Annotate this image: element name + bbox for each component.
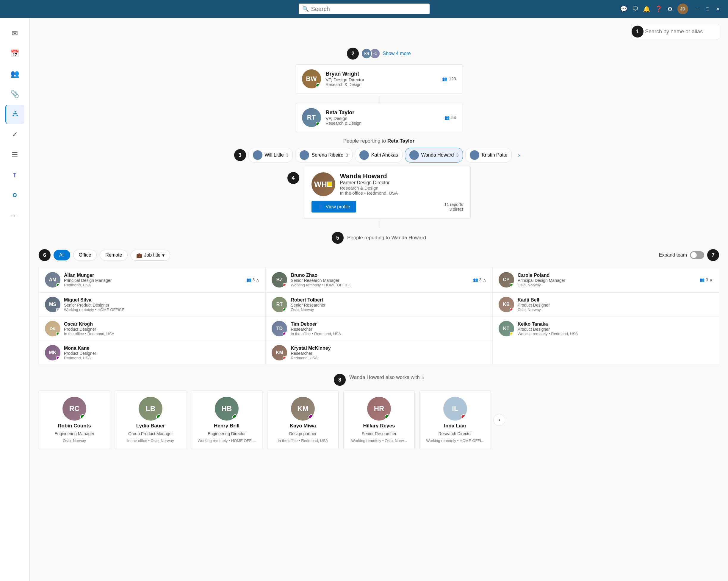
main-content: 🔍 1 2 KN +1 Show 4 more (30, 18, 728, 581)
lydia-name: Lydia Bauer (136, 423, 165, 429)
filter-office-button[interactable]: Office (73, 250, 97, 260)
titlebar: 🔍 💬 🗨 🔔 ❓ ⚙ JD ─ □ ✕ (0, 0, 728, 18)
search-by-name-input[interactable] (632, 24, 719, 39)
wanda-chip-name: Wanda Howard (421, 152, 454, 158)
sidebar-item-tasks[interactable]: ✓ (5, 125, 24, 144)
sidebar-item-more[interactable]: ··· (5, 206, 24, 225)
avatar[interactable]: JD (677, 4, 688, 14)
serena-chip-name: Serena Ribeiro (311, 152, 343, 158)
oscar-krogh-row[interactable]: OK Oscar Krogh Product Designer In the o… (39, 317, 265, 341)
carole-location: Oslo, Norway (518, 283, 696, 287)
chip-katri-ahokas[interactable]: Katri Ahokas (355, 148, 402, 162)
reta-taylor-card[interactable]: RT Reta Taylor VP, Design Research & Des… (296, 103, 462, 132)
wanda-info: Wanda Howard Partner Design Director Res… (340, 172, 463, 196)
show-4-more-button[interactable]: Show 4 more (383, 51, 411, 56)
kadji-name: Kadji Bell (518, 297, 713, 303)
annotation-3: 3 (234, 149, 246, 161)
wanda-top: WH Wanda Howard Partner Design Director … (311, 172, 463, 196)
sidebar-item-teams[interactable]: T (5, 166, 24, 184)
maximize-button[interactable]: □ (703, 4, 712, 14)
filter-job-title-button[interactable]: 💼 Job title ▾ (131, 250, 170, 261)
bryan-title: VP, Design Director (326, 77, 438, 82)
bryan-name: Bryan Wright (326, 71, 438, 77)
carole-poland-header[interactable]: CP Carole Poland Principal Design Manage… (493, 267, 719, 293)
chat-icon[interactable]: 💬 (620, 5, 627, 12)
lydia-bauer-card[interactable]: LB Lydia Bauer Group Product Manager In … (115, 390, 186, 449)
henry-status (232, 414, 238, 420)
titlebar-icons: 💬 🗨 🔔 ❓ ⚙ JD ─ □ ✕ (620, 4, 722, 14)
tim-deboer-row[interactable]: TD Tim Deboer Researcher In the office •… (266, 317, 492, 341)
chip-wanda-howard[interactable]: Wanda Howard 3 (405, 148, 463, 162)
katri-chip-name: Katri Ahokas (371, 152, 398, 158)
wanda-avatar: WH (311, 172, 335, 196)
also-works-section: 8 Wanda Howard also works with ℹ RC (39, 374, 719, 449)
henry-brill-card[interactable]: HB Henry Brill Engineering Director Work… (191, 390, 262, 449)
chip-serena-ribeiro[interactable]: Serena Ribeiro 3 (295, 148, 353, 162)
krystal-mckinney-row[interactable]: KM Krystal McKinney Researcher Redmond, … (266, 341, 492, 364)
bell-icon[interactable]: 🔔 (643, 5, 650, 12)
tim-status (283, 332, 287, 336)
reta-dept: Research & Design (326, 121, 440, 126)
allan-chevron[interactable]: ∧ (256, 277, 259, 283)
chip-kristin-patte[interactable]: Kristin Patte (465, 148, 512, 162)
carole-chevron[interactable]: ∧ (709, 277, 713, 283)
inna-laar-card[interactable]: IL Inna Laar Research Director Working r… (419, 390, 491, 449)
titlebar-search-input[interactable] (311, 6, 426, 12)
sidebar-item-lists[interactable]: ☰ (5, 145, 24, 164)
kayo-title: Design partner (289, 431, 316, 436)
close-button[interactable]: ✕ (713, 4, 722, 14)
minimize-button[interactable]: ─ (693, 4, 702, 14)
filter-all-button[interactable]: All (54, 250, 70, 260)
robert-avatar: RT (271, 297, 287, 312)
annotation-7: 7 (707, 249, 719, 261)
kayo-status (309, 414, 314, 420)
robert-tolbert-row[interactable]: RT Robert Tolbert Senior Researcher Oslo… (266, 293, 492, 317)
comment-icon[interactable]: 🗨 (632, 6, 638, 12)
sidebar-item-outlook[interactable]: O (5, 186, 24, 205)
bruno-zhao-header[interactable]: BZ Bruno Zhao Senior Research Manager Wo… (266, 267, 492, 293)
lydia-title: Group Product Manager (128, 431, 173, 436)
hillary-reyes-card[interactable]: HR Hillary Reyes Senior Researcher Worki… (343, 390, 415, 449)
wanda-actions: 👤 View profile 11 reports 3 direct (311, 201, 463, 212)
miguel-status (56, 308, 60, 312)
robin-title: Engineering Manager (54, 431, 94, 436)
bryan-wright-card[interactable]: BW Bryan Wright VP, Design Director Rese… (296, 64, 462, 94)
robin-location: Oslo, Norway (63, 438, 86, 443)
sidebar-item-attachments[interactable]: 📎 (5, 84, 24, 104)
help-icon[interactable]: ❓ (655, 5, 662, 12)
sidebar-item-org[interactable] (5, 105, 24, 124)
titlebar-search-box[interactable]: 🔍 (299, 4, 430, 14)
allan-munger-header[interactable]: AM Allan Munger Principal Design Manager… (39, 267, 265, 293)
miguel-silva-row[interactable]: MS Miguel Silva Senior Product Designer … (39, 293, 265, 317)
keiko-tanaka-row[interactable]: KT Keiko Tanaka Product Designer Working… (493, 317, 719, 340)
also-works-next-button[interactable]: › (493, 414, 505, 426)
also-works-grid: RC Robin Counts Engineering Manager Oslo… (39, 390, 491, 449)
top-search-wrapper: 🔍 (632, 24, 719, 39)
keiko-avatar: KT (499, 321, 514, 336)
bruno-chevron[interactable]: ∧ (483, 277, 487, 283)
sidebar-item-mail[interactable]: ✉ (5, 24, 24, 43)
kayo-miwa-card[interactable]: KM Kayo Miwa Design partner In the offic… (267, 390, 339, 449)
robin-name: Robin Counts (58, 423, 91, 429)
chevron-down-icon: ▾ (162, 252, 164, 258)
chip-will-little[interactable]: Will Little 3 (249, 148, 293, 162)
view-profile-button[interactable]: 👤 View profile (311, 201, 356, 212)
mona-kane-row[interactable]: MK Mona Kane Product Designer Redmond, U… (39, 341, 265, 364)
team-grid: AM Allan Munger Principal Design Manager… (39, 267, 719, 365)
chips-more-button[interactable]: › (514, 150, 524, 160)
lydia-avatar: LB (139, 397, 162, 421)
allan-info: Allan Munger Principal Design Manager Re… (64, 273, 243, 287)
robin-counts-card[interactable]: RC Robin Counts Engineering Manager Oslo… (39, 390, 110, 449)
inna-avatar: IL (443, 397, 467, 421)
filter-remote-button[interactable]: Remote (100, 250, 128, 260)
robert-status (283, 308, 287, 312)
oscar-name: Oscar Krogh (64, 322, 259, 327)
svg-point-0 (15, 111, 16, 112)
settings-icon[interactable]: ⚙ (667, 5, 673, 12)
sidebar-item-calendar[interactable]: 📅 (5, 44, 24, 63)
sidebar-item-people[interactable]: 👥 (5, 64, 24, 83)
miguel-location: Working remotely • HOME OFFICE (64, 307, 259, 312)
kadji-bell-row[interactable]: KB Kadji Bell Product Designer Oslo, Nor… (493, 293, 719, 317)
reporting-chips-row: Will Little 3 Serena Ribeiro 3 Katri Aho… (249, 148, 524, 162)
expand-toggle-switch[interactable] (690, 251, 704, 259)
